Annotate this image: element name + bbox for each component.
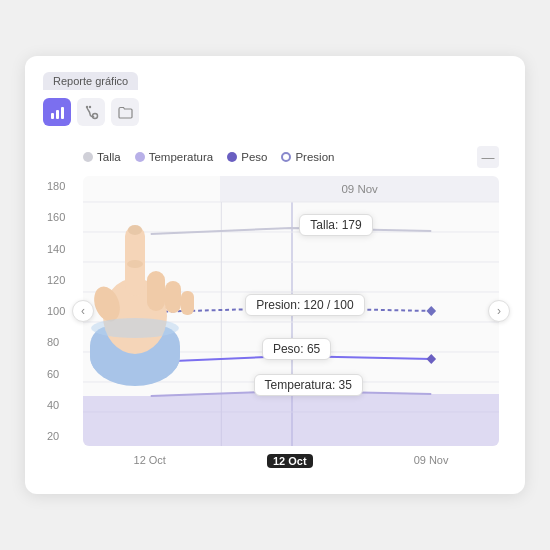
legend-presion-label: Presion — [295, 151, 334, 163]
nav-right-button[interactable]: › — [488, 300, 510, 322]
x-label-09nov: 09 Nov — [414, 454, 449, 468]
svg-rect-1 — [56, 110, 59, 119]
tab-label: Reporte gráfico — [43, 72, 138, 90]
svg-point-4 — [85, 105, 87, 107]
stethoscope-button[interactable] — [77, 98, 105, 126]
legend-talla-label: Talla — [97, 151, 121, 163]
chart-area: Talla Temperatura Peso Presion — 180 160 — [43, 136, 507, 476]
collapse-button[interactable]: — — [477, 146, 499, 168]
legend-peso-label: Peso — [241, 151, 267, 163]
svg-marker-18 — [426, 354, 436, 364]
legend-presion: Presion — [281, 151, 334, 163]
legend-temperatura-label: Temperatura — [149, 151, 214, 163]
svg-rect-0 — [51, 113, 54, 119]
y-label-140: 140 — [47, 243, 65, 255]
legend: Talla Temperatura Peso Presion — — [83, 146, 499, 168]
tooltip-temperatura: Temperatura: 35 — [254, 374, 363, 396]
y-label-20: 20 — [47, 430, 65, 442]
y-label-80: 80 — [47, 336, 65, 348]
talla-dot — [83, 152, 93, 162]
y-axis: 180 160 140 120 100 80 60 40 20 — [47, 176, 65, 446]
svg-point-5 — [88, 105, 90, 107]
tooltip-talla: Talla: 179 — [299, 214, 372, 236]
x-label-12oct-active: 12 Oct — [267, 454, 313, 468]
peso-dot — [227, 152, 237, 162]
y-label-100: 100 — [47, 305, 65, 317]
y-label-180: 180 — [47, 180, 65, 192]
x-axis: 12 Oct 12 Oct 09 Nov — [83, 454, 499, 468]
y-label-60: 60 — [47, 368, 65, 380]
svg-rect-2 — [61, 107, 64, 119]
legend-temperatura: Temperatura — [135, 151, 214, 163]
temperatura-dot — [135, 152, 145, 162]
y-label-160: 160 — [47, 211, 65, 223]
main-card: Reporte gráfico — [25, 56, 525, 494]
svg-marker-17 — [426, 306, 436, 316]
chart-inner: 09 Nov — [83, 176, 499, 446]
svg-marker-15 — [83, 391, 499, 446]
tooltip-presion: Presion: 120 / 100 — [245, 294, 364, 316]
chart-view-button[interactable] — [43, 98, 71, 126]
tooltip-peso: Peso: 65 — [262, 338, 331, 360]
y-label-40: 40 — [47, 399, 65, 411]
nav-left-button[interactable]: ‹ — [72, 300, 94, 322]
y-label-120: 120 — [47, 274, 65, 286]
x-label-12oct-first: 12 Oct — [134, 454, 166, 468]
presion-dot — [281, 152, 291, 162]
legend-peso: Peso — [227, 151, 267, 163]
toolbar — [43, 98, 507, 126]
folder-button[interactable] — [111, 98, 139, 126]
legend-talla: Talla — [83, 151, 121, 163]
